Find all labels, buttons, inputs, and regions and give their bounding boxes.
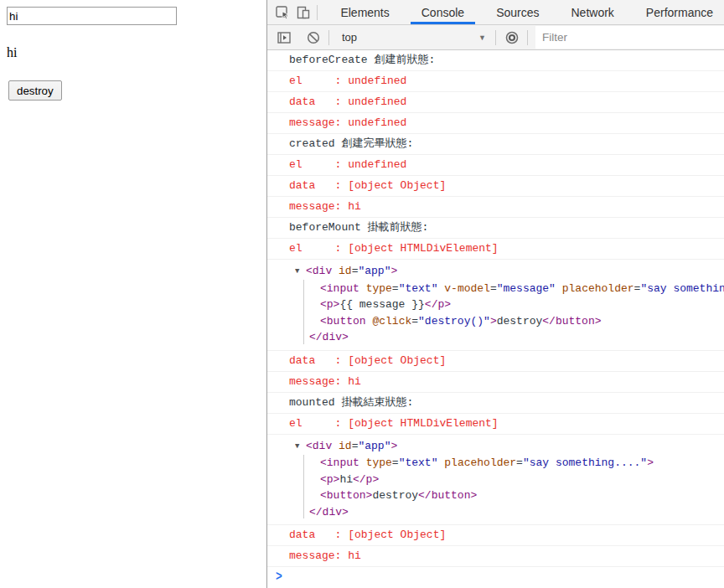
- console-error-row: message: hi: [267, 546, 724, 567]
- code-token: </div>: [309, 331, 349, 343]
- console-sidebar-icon: [277, 32, 291, 44]
- console-sidebar-button[interactable]: [272, 32, 297, 44]
- code-token: [332, 440, 339, 452]
- javascript-context-selector[interactable]: top ▼: [332, 25, 493, 49]
- code-token: </p>: [425, 298, 451, 311]
- console-log-row: mounted 掛載結束狀態:: [267, 393, 724, 414]
- code-token: >: [390, 440, 397, 452]
- console-toolbar: top ▼: [267, 25, 724, 50]
- console-error-row: data : [object Object]: [267, 351, 724, 372]
- destroy-button[interactable]: destroy: [8, 80, 62, 101]
- code-token: =: [516, 456, 523, 469]
- inspect-element-button[interactable]: [272, 0, 293, 24]
- element-tree-line: </div>: [295, 329, 724, 346]
- element-tree-line: ▼<div id="app">: [295, 438, 724, 456]
- code-token: @click: [372, 315, 411, 328]
- code-token: <p>: [320, 473, 339, 486]
- inspect-icon: [276, 6, 290, 19]
- console-log-row: created 創建完畢狀態:: [267, 134, 724, 155]
- element-tree-line: <button @click="destroy()">destroy</butt…: [295, 313, 724, 330]
- element-tree-line: <input type="text" placeholder="say some…: [295, 455, 724, 472]
- element-tree-line: <input type="text" v-model="message" pla…: [295, 281, 724, 297]
- console-filter-input[interactable]: [535, 26, 724, 49]
- clear-console-button[interactable]: [301, 31, 326, 44]
- code-token: "say something....": [640, 282, 724, 295]
- toolbar-divider: [328, 30, 329, 45]
- code-token: type: [366, 456, 392, 469]
- code-token: =: [490, 282, 497, 295]
- element-tree-row: ▼<div id="app"><input type="text" placeh…: [267, 435, 724, 526]
- create-live-expression-button[interactable]: [499, 31, 525, 44]
- tab-console[interactable]: Console: [411, 0, 475, 24]
- message-input[interactable]: [7, 7, 177, 25]
- code-token: </div>: [309, 506, 349, 518]
- console-error-row: el : undefined: [267, 71, 724, 92]
- code-token: [359, 456, 366, 469]
- code-token: [332, 265, 339, 277]
- toolbar-divider: [527, 30, 528, 45]
- code-token: "app": [358, 440, 390, 452]
- disclosure-triangle-icon[interactable]: ▼: [295, 439, 306, 456]
- code-token: {{ message }}: [339, 298, 424, 311]
- console-log-row: beforeMount 掛載前狀態:: [267, 218, 724, 239]
- code-token: >: [490, 315, 497, 328]
- code-token: placeholder: [444, 456, 516, 469]
- toolbar-divider: [495, 30, 496, 45]
- console-error-row: message: hi: [267, 372, 724, 393]
- clear-console-icon: [307, 31, 320, 44]
- disclosure-triangle-icon[interactable]: ▼: [295, 264, 306, 281]
- console-error-row: message: undefined: [267, 113, 724, 134]
- console-error-row: message: hi: [267, 197, 724, 218]
- console-prompt[interactable]: >: [267, 567, 724, 586]
- live-expression-eye-icon: [504, 31, 520, 44]
- tab-network[interactable]: Network: [560, 0, 624, 24]
- code-token: "destroy()": [418, 315, 490, 328]
- rendered-page: hi destroy: [0, 0, 266, 588]
- device-toolbar-button[interactable]: [293, 0, 314, 24]
- console-error-row: data : [object Object]: [267, 176, 724, 197]
- devtools-tabbar: Elements Console Sources Network Perform…: [267, 0, 724, 25]
- code-token: id: [339, 265, 352, 277]
- code-token: =: [392, 282, 399, 295]
- code-token: [556, 282, 562, 295]
- indent-guide: [303, 455, 304, 519]
- code-token: <input: [320, 456, 359, 469]
- context-selector-value: top: [342, 31, 357, 44]
- element-tree-line: <p>{{ message }}</p>: [295, 297, 724, 313]
- console-error-row: el : [object HTMLDivElement]: [267, 414, 724, 435]
- device-toolbar-icon: [297, 6, 310, 19]
- code-token: hi: [339, 473, 353, 486]
- console-error-row: data : [object Object]: [267, 525, 724, 546]
- code-token: destroy: [497, 315, 543, 328]
- code-token: </p>: [353, 473, 379, 486]
- code-token: <button: [320, 315, 366, 328]
- code-token: <input: [320, 282, 359, 295]
- code-token: id: [339, 440, 352, 452]
- code-token: <button>: [320, 489, 372, 502]
- code-token: "text": [399, 456, 438, 469]
- code-token: </button>: [542, 315, 601, 328]
- code-token: =: [392, 456, 399, 469]
- code-token: placeholder: [562, 282, 634, 295]
- code-token: [359, 282, 366, 295]
- console-messages: beforeCreate 創建前狀態:el : undefineddata : …: [267, 50, 724, 588]
- indent-guide: [303, 280, 304, 344]
- element-tree-line: <button>destroy</button>: [295, 487, 724, 504]
- tab-performance[interactable]: Performance: [635, 0, 724, 24]
- code-token: >: [390, 265, 397, 277]
- chevron-down-icon: ▼: [478, 34, 486, 42]
- tab-sources[interactable]: Sources: [485, 0, 550, 24]
- code-token: "app": [358, 265, 390, 277]
- code-token: <div: [306, 265, 332, 277]
- element-tree-row: ▼<div id="app"><input type="text" v-mode…: [267, 260, 724, 351]
- code-token: type: [366, 282, 392, 295]
- code-token: "message": [497, 282, 556, 295]
- element-tree-line: ▼<div id="app">: [295, 263, 724, 281]
- message-paragraph: hi: [7, 45, 17, 60]
- element-tree-line: </div>: [295, 504, 724, 521]
- code-token: =: [411, 315, 418, 328]
- code-token: destroy: [372, 489, 418, 502]
- code-token: "say something....": [523, 456, 647, 469]
- code-token: "text": [399, 282, 438, 295]
- tab-elements[interactable]: Elements: [329, 0, 400, 24]
